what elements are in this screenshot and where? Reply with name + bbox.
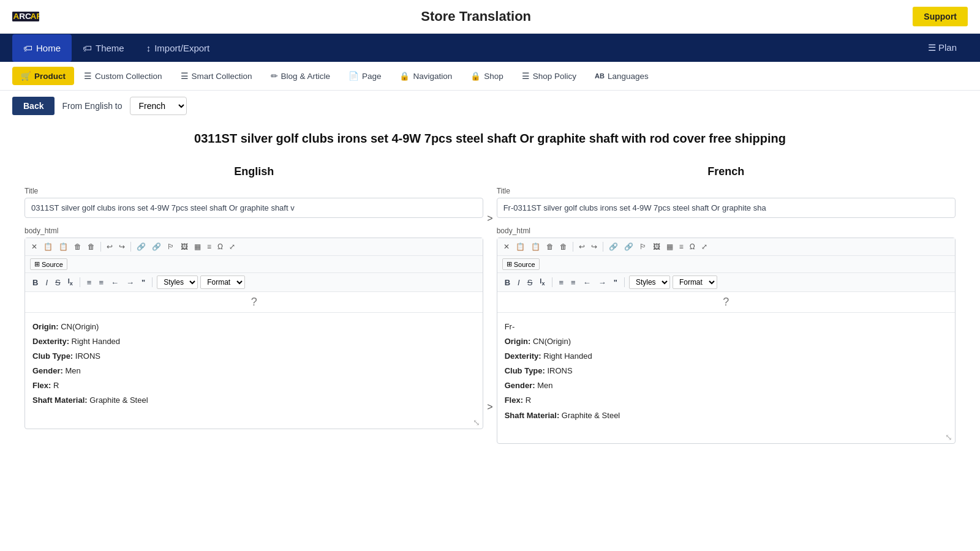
fr-italic-btn[interactable]: I: [515, 277, 522, 288]
fr-editor-paste-text-btn[interactable]: 🗑: [544, 241, 556, 252]
svg-text:A: A: [13, 12, 20, 21]
editor-hr-btn[interactable]: ≡: [205, 241, 214, 252]
sub-nav-blog-article-label: Blog & Article: [281, 72, 330, 81]
sub-nav-page[interactable]: 📄 Page: [340, 67, 390, 85]
sub-nav-shop-policy[interactable]: ☰ Shop Policy: [513, 67, 585, 85]
editor-anchor-btn[interactable]: 🏳: [165, 241, 177, 252]
fr-ol-btn[interactable]: ≡: [557, 277, 567, 288]
sub-nav: 🛒 Product ☰ Custom Collection ☰ Smart Co…: [0, 62, 980, 91]
nav-item-import-export-label: Import/Export: [154, 43, 209, 53]
bold-btn[interactable]: B: [30, 277, 40, 288]
sub-nav-languages[interactable]: AB Languages: [586, 67, 657, 85]
italic-btn[interactable]: I: [43, 277, 50, 288]
toolbar: Back From English to French Spanish Germ…: [0, 91, 980, 119]
french-format-row: B I S Ix ≡ ≡ ← → " Styles Format: [497, 273, 955, 292]
editor-image-btn[interactable]: 🖼: [178, 241, 190, 252]
ol-btn[interactable]: ≡: [85, 277, 94, 288]
title-arrow-icon: >: [487, 213, 492, 224]
subscript-btn[interactable]: Ix: [66, 276, 75, 288]
fr-editor-anchor-btn[interactable]: 🏳: [637, 241, 649, 252]
sub-nav-shop[interactable]: 🔒 Shop: [462, 67, 512, 85]
styles-dropdown[interactable]: Styles: [157, 276, 198, 289]
outdent-btn[interactable]: ←: [108, 277, 121, 288]
strike-btn[interactable]: S: [53, 277, 63, 288]
fr-subscript-btn[interactable]: Ix: [537, 276, 547, 288]
sub-nav-navigation[interactable]: 🔒 Navigation: [391, 67, 461, 85]
french-editor-content[interactable]: Fr- Origin: CN(Origin) Dexterity: Right …: [497, 313, 955, 431]
nav-plan[interactable]: ☰ Plan: [917, 34, 968, 62]
ul-btn[interactable]: ≡: [96, 277, 106, 288]
fr-editor-undo-btn[interactable]: ↩: [576, 241, 587, 252]
english-source-btn[interactable]: ⊞ Source: [30, 258, 67, 270]
blockquote-btn[interactable]: ": [139, 277, 148, 288]
fr-editor-paste-btn[interactable]: 📋: [529, 241, 543, 252]
fr-editor-paste-word-btn[interactable]: 🗑: [557, 241, 570, 252]
fr-ul-btn[interactable]: ≡: [568, 277, 578, 288]
editor-paste-btn[interactable]: 📋: [56, 241, 70, 252]
fr-strike-btn[interactable]: S: [525, 277, 535, 288]
import-export-icon: ↕: [146, 43, 151, 53]
sub-nav-shop-policy-label: Shop Policy: [533, 72, 576, 81]
editor-undo-btn[interactable]: ↩: [104, 241, 115, 252]
french-body-editor: body_html ✕ 📋 📋 🗑 🗑 ↩ ↪ 🔗 🔗 🏳 🖼 ▦: [497, 227, 956, 444]
editor-copy-btn[interactable]: 📋: [41, 241, 55, 252]
back-button[interactable]: Back: [12, 97, 55, 115]
editor-maximize-btn[interactable]: ⤢: [227, 241, 238, 252]
english-body-label: body_html: [24, 227, 483, 235]
shop-icon: 🔒: [470, 71, 481, 81]
fr-sep2: [603, 242, 603, 252]
editor-paste-text-btn[interactable]: 🗑: [72, 241, 84, 252]
editor-redo-btn[interactable]: ↪: [116, 241, 127, 252]
english-title-input[interactable]: [24, 198, 483, 218]
french-resize-handle[interactable]: ⤡: [497, 431, 955, 443]
fr-bold-btn[interactable]: B: [502, 277, 513, 288]
fr-editor-special-char-btn[interactable]: Ω: [687, 241, 698, 252]
sep2: [130, 242, 131, 252]
editor-paste-word-btn[interactable]: 🗑: [85, 241, 97, 252]
sub-nav-languages-label: Languages: [608, 72, 649, 81]
fr-editor-table-btn[interactable]: ▦: [664, 241, 676, 252]
nav-item-import-export[interactable]: ↕ Import/Export: [135, 34, 221, 62]
smart-collection-icon: ☰: [181, 71, 189, 81]
editor-link-btn[interactable]: 🔗: [134, 241, 148, 252]
indent-btn[interactable]: →: [124, 277, 137, 288]
nav-item-theme-label: Theme: [96, 43, 124, 53]
french-body-label: body_html: [497, 227, 956, 235]
page-title: Store Translation: [421, 9, 531, 24]
english-resize-handle[interactable]: ⤡: [25, 416, 483, 429]
fr-editor-image-btn[interactable]: 🖼: [650, 241, 663, 252]
fr-sep3: [552, 277, 552, 287]
support-button[interactable]: Support: [913, 7, 968, 26]
fr-outdent-btn[interactable]: ←: [581, 277, 594, 288]
fr-editor-maximize-btn[interactable]: ⤢: [699, 241, 710, 252]
french-title-input[interactable]: [497, 198, 956, 218]
editor-table-btn[interactable]: ▦: [192, 241, 203, 252]
sub-nav-custom-collection[interactable]: ☰ Custom Collection: [75, 67, 171, 85]
fr-editor-unlink-btn[interactable]: 🔗: [622, 241, 636, 252]
fr-editor-cut-btn[interactable]: ✕: [501, 241, 512, 252]
english-editor-content[interactable]: Origin: CN(Origin) Dexterity: Right Hand…: [25, 313, 483, 416]
sub-nav-product-label: Product: [34, 72, 66, 81]
french-source-btn[interactable]: ⊞ Source: [502, 258, 540, 270]
fr-blockquote-btn[interactable]: ": [611, 277, 620, 288]
french-source-row: ⊞ Source: [497, 256, 955, 273]
fr-editor-redo-btn[interactable]: ↪: [589, 241, 600, 252]
fr-editor-link-btn[interactable]: 🔗: [606, 241, 620, 252]
sub-nav-smart-collection[interactable]: ☰ Smart Collection: [172, 67, 261, 85]
english-format-row: B I S Ix ≡ ≡ ← → " Styles Format: [25, 273, 483, 292]
fr-indent-btn[interactable]: →: [596, 277, 609, 288]
sub-nav-blog-article[interactable]: ✏ Blog & Article: [262, 67, 339, 85]
nav-item-home-label: Home: [36, 43, 61, 53]
format-dropdown[interactable]: Format: [200, 276, 245, 289]
fr-editor-hr-btn[interactable]: ≡: [677, 241, 686, 252]
fr-styles-dropdown[interactable]: Styles: [629, 276, 670, 289]
sub-nav-product[interactable]: 🛒 Product: [12, 67, 74, 85]
fr-editor-copy-btn[interactable]: 📋: [513, 241, 527, 252]
nav-item-theme[interactable]: 🏷 Theme: [72, 34, 135, 62]
language-select[interactable]: French Spanish German Italian: [130, 97, 187, 115]
nav-item-home[interactable]: 🏷 Home: [12, 34, 72, 62]
editor-special-char-btn[interactable]: Ω: [215, 241, 225, 252]
editor-cut-btn[interactable]: ✕: [29, 241, 40, 252]
fr-format-dropdown[interactable]: Format: [673, 276, 717, 289]
editor-unlink-btn[interactable]: 🔗: [149, 241, 164, 252]
